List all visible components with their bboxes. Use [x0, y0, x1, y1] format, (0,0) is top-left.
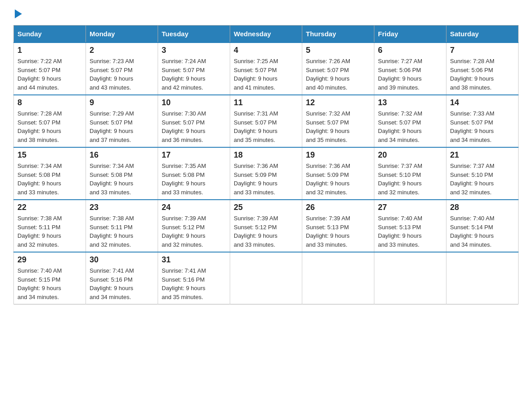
day-number: 4 [234, 46, 298, 55]
day-number: 3 [162, 46, 226, 55]
day-number: 14 [450, 98, 515, 107]
calendar-cell: 14 Sunrise: 7:33 AM Sunset: 5:07 PM Dayl… [446, 95, 519, 147]
day-info: Sunrise: 7:28 AM Sunset: 5:07 PM Dayligh… [17, 109, 82, 144]
day-info: Sunrise: 7:39 AM Sunset: 5:12 PM Dayligh… [162, 214, 226, 249]
day-info: Sunrise: 7:26 AM Sunset: 5:07 PM Dayligh… [306, 57, 370, 92]
calendar-cell: 19 Sunrise: 7:36 AM Sunset: 5:09 PM Dayl… [302, 147, 374, 200]
calendar-cell: 25 Sunrise: 7:39 AM Sunset: 5:12 PM Dayl… [230, 200, 302, 252]
calendar-cell: 9 Sunrise: 7:29 AM Sunset: 5:07 PM Dayli… [86, 95, 158, 147]
day-info: Sunrise: 7:39 AM Sunset: 5:13 PM Dayligh… [306, 214, 370, 249]
day-info: Sunrise: 7:41 AM Sunset: 5:16 PM Dayligh… [90, 266, 154, 301]
day-info: Sunrise: 7:40 AM Sunset: 5:13 PM Dayligh… [378, 214, 442, 249]
weekday-header-friday: Friday [374, 26, 446, 43]
day-number: 25 [234, 203, 298, 212]
calendar-cell: 12 Sunrise: 7:32 AM Sunset: 5:07 PM Dayl… [302, 95, 374, 147]
day-number: 8 [17, 98, 82, 107]
calendar-cell: 18 Sunrise: 7:36 AM Sunset: 5:09 PM Dayl… [230, 147, 302, 200]
day-info: Sunrise: 7:36 AM Sunset: 5:09 PM Dayligh… [234, 162, 298, 197]
day-info: Sunrise: 7:23 AM Sunset: 5:07 PM Dayligh… [90, 57, 154, 92]
calendar-cell: 21 Sunrise: 7:37 AM Sunset: 5:10 PM Dayl… [446, 147, 519, 200]
calendar-week-row: 8 Sunrise: 7:28 AM Sunset: 5:07 PM Dayli… [14, 95, 519, 147]
day-number: 2 [90, 46, 154, 55]
weekday-header-tuesday: Tuesday [158, 26, 230, 43]
day-info: Sunrise: 7:33 AM Sunset: 5:07 PM Dayligh… [450, 109, 515, 144]
calendar-week-row: 22 Sunrise: 7:38 AM Sunset: 5:11 PM Dayl… [14, 200, 519, 252]
day-info: Sunrise: 7:34 AM Sunset: 5:08 PM Dayligh… [90, 162, 154, 197]
calendar-cell: 6 Sunrise: 7:27 AM Sunset: 5:06 PM Dayli… [374, 43, 446, 95]
day-number: 11 [234, 98, 298, 107]
calendar-cell: 4 Sunrise: 7:25 AM Sunset: 5:07 PM Dayli… [230, 43, 302, 95]
day-number: 26 [306, 203, 370, 212]
calendar-cell: 8 Sunrise: 7:28 AM Sunset: 5:07 PM Dayli… [14, 95, 86, 147]
calendar-table: SundayMondayTuesdayWednesdayThursdayFrid… [13, 25, 519, 304]
calendar-week-row: 29 Sunrise: 7:40 AM Sunset: 5:15 PM Dayl… [14, 252, 519, 304]
day-info: Sunrise: 7:31 AM Sunset: 5:07 PM Dayligh… [234, 109, 298, 144]
calendar-cell: 27 Sunrise: 7:40 AM Sunset: 5:13 PM Dayl… [374, 200, 446, 252]
calendar-cell: 3 Sunrise: 7:24 AM Sunset: 5:07 PM Dayli… [158, 43, 230, 95]
calendar-cell: 29 Sunrise: 7:40 AM Sunset: 5:15 PM Dayl… [14, 252, 86, 304]
day-number: 1 [17, 46, 82, 55]
day-info: Sunrise: 7:28 AM Sunset: 5:06 PM Dayligh… [450, 57, 515, 92]
calendar-cell: 7 Sunrise: 7:28 AM Sunset: 5:06 PM Dayli… [446, 43, 519, 95]
day-info: Sunrise: 7:37 AM Sunset: 5:10 PM Dayligh… [378, 162, 442, 197]
day-number: 22 [17, 203, 82, 212]
logo-arrow-icon [15, 9, 22, 18]
day-number: 10 [162, 98, 226, 107]
calendar-cell: 17 Sunrise: 7:35 AM Sunset: 5:08 PM Dayl… [158, 147, 230, 200]
day-number: 16 [90, 150, 154, 160]
calendar-cell: 30 Sunrise: 7:41 AM Sunset: 5:16 PM Dayl… [86, 252, 158, 304]
weekday-header-saturday: Saturday [446, 26, 519, 43]
calendar-cell: 11 Sunrise: 7:31 AM Sunset: 5:07 PM Dayl… [230, 95, 302, 147]
calendar-cell: 20 Sunrise: 7:37 AM Sunset: 5:10 PM Dayl… [374, 147, 446, 200]
calendar-cell: 23 Sunrise: 7:38 AM Sunset: 5:11 PM Dayl… [86, 200, 158, 252]
calendar-cell: 13 Sunrise: 7:32 AM Sunset: 5:07 PM Dayl… [374, 95, 446, 147]
day-number: 9 [90, 98, 154, 107]
calendar-cell: 2 Sunrise: 7:23 AM Sunset: 5:07 PM Dayli… [86, 43, 158, 95]
day-number: 29 [17, 255, 82, 265]
calendar-cell [230, 252, 302, 304]
day-number: 28 [450, 203, 515, 212]
calendar-cell [302, 252, 374, 304]
calendar-cell: 28 Sunrise: 7:40 AM Sunset: 5:14 PM Dayl… [446, 200, 519, 252]
day-number: 24 [162, 203, 226, 212]
day-info: Sunrise: 7:36 AM Sunset: 5:09 PM Dayligh… [306, 162, 370, 197]
day-number: 27 [378, 203, 442, 212]
day-number: 12 [306, 98, 370, 107]
day-number: 31 [162, 255, 226, 265]
day-number: 6 [378, 46, 442, 55]
day-number: 15 [17, 150, 82, 160]
calendar-cell: 31 Sunrise: 7:41 AM Sunset: 5:16 PM Dayl… [158, 252, 230, 304]
logo [13, 9, 22, 18]
calendar-cell [446, 252, 519, 304]
day-number: 18 [234, 150, 298, 160]
day-info: Sunrise: 7:41 AM Sunset: 5:16 PM Dayligh… [162, 266, 226, 301]
calendar-cell: 16 Sunrise: 7:34 AM Sunset: 5:08 PM Dayl… [86, 147, 158, 200]
weekday-header-monday: Monday [86, 26, 158, 43]
day-info: Sunrise: 7:38 AM Sunset: 5:11 PM Dayligh… [17, 214, 82, 249]
weekday-header-thursday: Thursday [302, 26, 374, 43]
day-info: Sunrise: 7:29 AM Sunset: 5:07 PM Dayligh… [90, 109, 154, 144]
calendar-cell: 5 Sunrise: 7:26 AM Sunset: 5:07 PM Dayli… [302, 43, 374, 95]
day-info: Sunrise: 7:24 AM Sunset: 5:07 PM Dayligh… [162, 57, 226, 92]
weekday-header-row: SundayMondayTuesdayWednesdayThursdayFrid… [14, 26, 519, 43]
day-info: Sunrise: 7:32 AM Sunset: 5:07 PM Dayligh… [378, 109, 442, 144]
calendar-cell: 1 Sunrise: 7:22 AM Sunset: 5:07 PM Dayli… [14, 43, 86, 95]
day-info: Sunrise: 7:38 AM Sunset: 5:11 PM Dayligh… [90, 214, 154, 249]
calendar-week-row: 15 Sunrise: 7:34 AM Sunset: 5:08 PM Dayl… [14, 147, 519, 200]
day-info: Sunrise: 7:40 AM Sunset: 5:14 PM Dayligh… [450, 214, 515, 249]
day-info: Sunrise: 7:35 AM Sunset: 5:08 PM Dayligh… [162, 162, 226, 197]
day-number: 30 [90, 255, 154, 265]
calendar-cell: 22 Sunrise: 7:38 AM Sunset: 5:11 PM Dayl… [14, 200, 86, 252]
day-info: Sunrise: 7:22 AM Sunset: 5:07 PM Dayligh… [17, 57, 82, 92]
day-number: 17 [162, 150, 226, 160]
day-info: Sunrise: 7:25 AM Sunset: 5:07 PM Dayligh… [234, 57, 298, 92]
day-number: 21 [450, 150, 515, 160]
day-number: 13 [378, 98, 442, 107]
calendar-week-row: 1 Sunrise: 7:22 AM Sunset: 5:07 PM Dayli… [14, 43, 519, 95]
day-number: 23 [90, 203, 154, 212]
calendar-cell: 24 Sunrise: 7:39 AM Sunset: 5:12 PM Dayl… [158, 200, 230, 252]
day-info: Sunrise: 7:32 AM Sunset: 5:07 PM Dayligh… [306, 109, 370, 144]
day-info: Sunrise: 7:39 AM Sunset: 5:12 PM Dayligh… [234, 214, 298, 249]
day-info: Sunrise: 7:34 AM Sunset: 5:08 PM Dayligh… [17, 162, 82, 197]
day-info: Sunrise: 7:40 AM Sunset: 5:15 PM Dayligh… [17, 266, 82, 301]
